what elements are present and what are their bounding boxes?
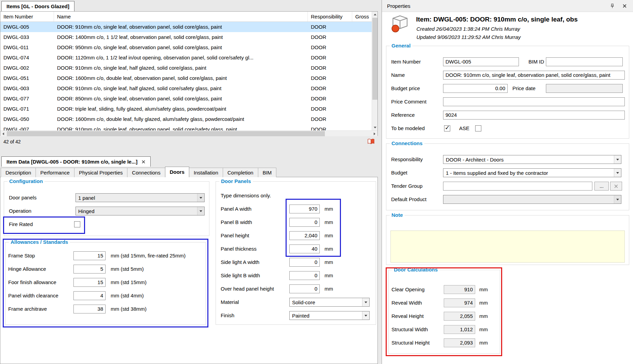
- door-calculation-row: Reveal Width 974 mm: [389, 298, 500, 307]
- cell-gross: [352, 42, 372, 53]
- items-table-row[interactable]: DWGL-050 DOOR: 1600mm c/o, double leaf, …: [0, 114, 372, 124]
- name-input[interactable]: DOOR: 910mm c/o, single leaf, observatio…: [443, 71, 625, 80]
- tab-label: Doors: [170, 169, 184, 175]
- note-textarea[interactable]: [390, 230, 625, 263]
- column-header-item-number[interactable]: Item Number: [0, 12, 54, 22]
- fire-rated-checkbox[interactable]: [74, 221, 80, 227]
- items-table-row[interactable]: DWGL-002 DOOR: 910mm c/o, single leaf, h…: [0, 63, 372, 73]
- column-header-responsibility[interactable]: Responsibility: [308, 12, 352, 22]
- door-panel-field-input[interactable]: 0: [289, 271, 320, 280]
- cell-gross: [352, 22, 372, 32]
- items-table-row[interactable]: DWGL-051 DOOR: 1600mm c/o, double leaf, …: [0, 73, 372, 83]
- chevron-down-icon: [362, 311, 369, 320]
- item-data-tab[interactable]: Description: [1, 168, 36, 177]
- allowances-group-title: Allowances / Standards: [9, 239, 70, 245]
- properties-header: Properties: [382, 0, 633, 12]
- close-icon[interactable]: [141, 160, 146, 164]
- item-data-tab[interactable]: BIM: [258, 168, 277, 177]
- name-label: Name: [391, 71, 405, 80]
- scroll-left-icon[interactable]: [0, 131, 6, 137]
- app-window: Items [GL - Doors Glazed] Item Number Na…: [0, 0, 633, 364]
- cell-name: DOOR: 1120mm c/o, 1 1/2 leaf in/out open…: [54, 53, 308, 63]
- door-panel-field-input[interactable]: 2,040: [289, 231, 320, 240]
- finish-row: Finish Painted: [216, 311, 376, 320]
- allowance-standard-hint: mm (std 38mm): [111, 305, 147, 313]
- item-data-content: Configuration Door panels 1 panel Operat…: [0, 177, 378, 364]
- close-icon[interactable]: [621, 2, 628, 9]
- operation-select[interactable]: Hinged: [75, 207, 205, 215]
- items-table-row[interactable]: DWGL-005 DOOR: 910mm c/o, single leaf, o…: [0, 22, 372, 32]
- door-panel-field-input[interactable]: 40: [289, 244, 320, 253]
- scroll-down-icon[interactable]: [372, 125, 378, 130]
- cell-responsibility: DOOR: [308, 32, 352, 42]
- allowance-standard-hint: mm (std 4mm): [111, 291, 144, 300]
- pin-icon[interactable]: [609, 2, 616, 9]
- items-doc-tab[interactable]: Items [GL - Doors Glazed]: [1, 1, 74, 11]
- allowance-row: Hinge Allowance 5 mm (std 5mm): [5, 265, 206, 274]
- items-table-row[interactable]: DWGL-071 DOOR: triple leaf, sliding, ful…: [0, 104, 372, 114]
- item-data-tab[interactable]: Doors: [165, 167, 189, 177]
- reference-input[interactable]: 9024: [443, 111, 625, 120]
- door-calculation-value: 2,055: [444, 312, 475, 321]
- items-table-row[interactable]: DWGL-033 DOOR: 1400mm c/o, 1 1/2 leaf, o…: [0, 32, 372, 42]
- door-panel-field-row: Side light B width 0 mm: [216, 271, 376, 280]
- door-panel-field-input[interactable]: 0: [289, 284, 320, 293]
- items-table-row[interactable]: DWGL-003 DOOR: 910mm c/o, single leaf, h…: [0, 83, 372, 94]
- door-panel-field-unit: mm: [325, 284, 333, 293]
- tender-group-input[interactable]: [443, 182, 592, 191]
- item-data-tab[interactable]: Completion: [223, 168, 258, 177]
- door-panel-field-input[interactable]: 970: [289, 205, 320, 213]
- door-calculation-value: 974: [444, 298, 475, 307]
- door-calculation-unit: mm: [479, 298, 488, 307]
- door-calculation-label: Structural Height: [391, 338, 430, 347]
- allowance-input[interactable]: 38: [73, 305, 106, 313]
- price-comment-input[interactable]: [443, 97, 625, 106]
- responsibility-select[interactable]: DOOR - Architect - Doors: [443, 155, 621, 164]
- item-data-doc-tab[interactable]: Item Data [DWGL-005 - DOOR: 910mm c/o, s…: [1, 156, 151, 167]
- allowance-input[interactable]: 5: [73, 265, 106, 274]
- allowance-input[interactable]: 4: [73, 291, 106, 300]
- allowance-input[interactable]: 15: [73, 251, 106, 260]
- price-date-input[interactable]: [546, 84, 623, 93]
- door-panel-field-input[interactable]: 0: [289, 258, 320, 267]
- tender-group-browse-button[interactable]: ...: [594, 182, 609, 191]
- door-panels-select[interactable]: 1 panel: [75, 193, 205, 202]
- budget-price-input[interactable]: 0.00: [443, 84, 508, 93]
- allowance-input[interactable]: 15: [73, 278, 106, 287]
- column-header-name[interactable]: Name: [54, 12, 308, 22]
- items-horizontal-scrollbar[interactable]: [0, 130, 377, 136]
- items-table-row[interactable]: DWGL-077 DOOR: 850mm c/o, single leaf, o…: [0, 94, 372, 104]
- budget-select[interactable]: 1 - Items supplied and fixed by the cont…: [443, 168, 621, 177]
- item-data-tab[interactable]: Connections: [127, 168, 165, 177]
- items-table-row[interactable]: DWGL-074 DOOR: 1120mm c/o, 1 1/2 leaf in…: [0, 53, 372, 63]
- item-data-tab[interactable]: Installation: [189, 168, 223, 177]
- scroll-right-icon[interactable]: [372, 131, 377, 137]
- vertical-scroll-thumb[interactable]: [372, 18, 377, 100]
- item-data-panel: Item Data [DWGL-005 - DOOR: 910mm c/o, s…: [0, 155, 378, 364]
- horizontal-scroll-thumb[interactable]: [7, 131, 325, 136]
- items-table-row[interactable]: DWGL-007 DOOR: 910mm c/o, single leaf, o…: [0, 124, 372, 130]
- bim-id-input[interactable]: [546, 57, 623, 66]
- tender-group-clear-button[interactable]: [610, 182, 622, 191]
- items-vertical-scrollbar[interactable]: [372, 12, 377, 130]
- tab-label: Completion: [228, 170, 253, 176]
- item-data-tab[interactable]: Performance: [36, 168, 74, 177]
- ase-checkbox[interactable]: [475, 125, 481, 131]
- chevron-down-icon: [614, 195, 621, 204]
- default-product-select[interactable]: [443, 195, 621, 204]
- finish-select[interactable]: Painted: [289, 311, 370, 320]
- item-number-input[interactable]: DWGL-005: [443, 57, 519, 66]
- allowance-label: Foor finish allowance: [8, 278, 56, 287]
- bim-id-label: BIM ID: [528, 57, 544, 66]
- configuration-group: Configuration Door panels 1 panel Operat…: [4, 181, 209, 236]
- items-table-row[interactable]: DWGL-011 DOOR: 950mm c/o, single leaf, o…: [0, 42, 372, 53]
- cell-responsibility: DOOR: [308, 63, 352, 73]
- item-data-tab[interactable]: Physical Properties: [74, 168, 127, 177]
- book-icon[interactable]: [368, 139, 374, 145]
- scroll-up-icon[interactable]: [372, 12, 378, 17]
- to-be-modeled-checkbox[interactable]: [444, 125, 450, 131]
- configuration-group-title: Configuration: [8, 178, 44, 184]
- door-panel-field-input[interactable]: 0: [289, 218, 320, 227]
- door-panel-field-unit: mm: [325, 218, 333, 227]
- material-select[interactable]: Solid-core: [289, 298, 370, 307]
